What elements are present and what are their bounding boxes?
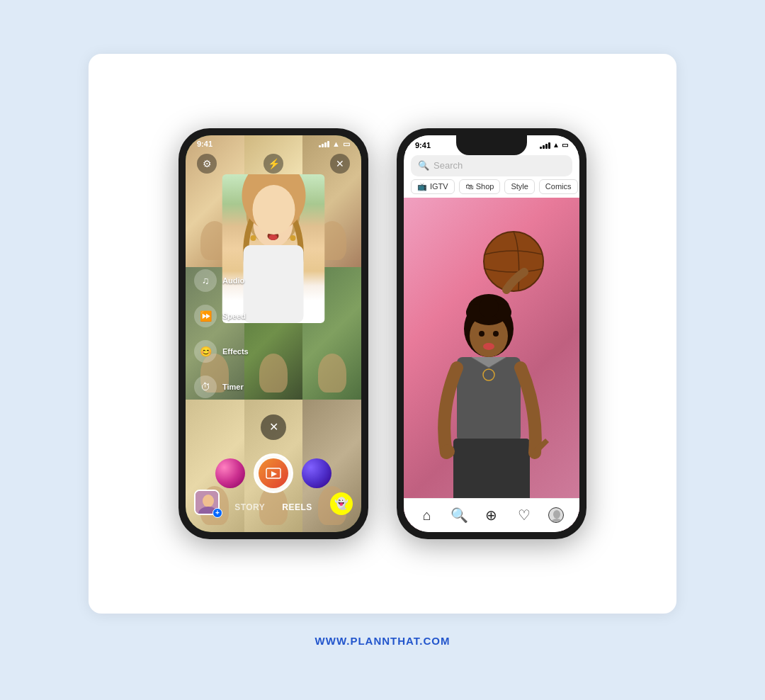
svg-point-1 [254,201,293,247]
bar4-r [548,142,550,149]
camera-bottom-controls [186,453,361,493]
svg-point-25 [483,343,494,350]
bar4 [327,141,329,147]
style-label: Style [511,182,528,191]
battery-icon: ▭ [343,140,350,149]
wifi-icon: ▲ [332,140,340,148]
time-left: 9:41 [197,140,212,148]
svg-rect-7 [244,245,304,323]
nav-add[interactable]: ⊕ [482,506,501,524]
svg-point-23 [479,331,484,337]
audio-icon: ♫ [194,269,217,292]
snapchat-icon[interactable]: 👻 [330,492,353,515]
status-icons-left: ▲ ▭ [319,140,350,149]
effects-icon: 😊 [194,340,217,363]
notch [456,135,527,155]
status-icons-right: ▲ ▭ [540,141,568,149]
tab-shop[interactable]: 🛍 Shop [459,179,501,194]
svg-point-24 [493,331,499,337]
phone-left-screen: 9:41 ▲ ▭ ⚙ ⚡ [186,135,361,532]
bar1-r [540,147,542,149]
svg-point-3 [278,220,283,225]
battery-right: ▭ [562,141,568,149]
tab-style[interactable]: Style [504,179,534,194]
shop-icon: 🛍 [465,182,473,191]
igtv-label: IGTV [430,182,448,191]
reel-main-image: Reels [404,198,579,531]
main-card: 9:41 ▲ ▭ ⚙ ⚡ [89,54,676,614]
shop-label: Shop [476,182,494,191]
nav-home[interactable]: ⌂ [418,506,436,524]
signal-icon [319,140,329,147]
nav-search[interactable]: 🔍 [450,506,468,524]
svg-point-6 [269,235,278,240]
website-url: WWW.PLANNTHAT.COM [315,635,450,647]
bar2 [322,144,324,147]
timer-control[interactable]: ⏱ Timer [194,376,249,398]
flash-icon[interactable]: ⚡ [264,154,283,174]
svg-rect-26 [457,357,521,442]
signal-right [540,142,550,149]
pink-filter-button[interactable] [215,458,245,488]
search-bar[interactable]: 🔍 Search [411,155,572,176]
audio-control[interactable]: ♫ Audio [194,269,249,292]
speed-label: Speed [222,312,246,320]
phone-right-screen: 9:41 ▲ ▭ 🔍 Search [404,135,579,532]
bar3-r [545,144,548,149]
capture-button[interactable] [254,453,293,493]
nav-likes[interactable]: ♡ [515,506,533,524]
phone-right: 9:41 ▲ ▭ 🔍 Search [397,128,586,539]
reels-section[interactable]: Reels [404,198,579,531]
svg-point-9 [290,235,296,241]
svg-point-2 [264,220,268,225]
svg-point-8 [251,235,256,241]
bottom-nav: ⌂ 🔍 ⊕ ♡ [404,498,579,532]
add-to-story-icon: + [212,508,222,518]
tab-comics[interactable]: Comics [539,179,578,194]
tab-igtv[interactable]: 📺 IGTV [411,179,455,194]
bar1 [319,145,321,147]
igtv-icon: 📺 [417,182,427,191]
purple-filter-button[interactable] [302,458,332,488]
comics-label: Comics [545,182,572,191]
timer-label: Timer [222,383,244,391]
svg-point-56 [553,510,560,519]
category-tabs: 📺 IGTV 🛍 Shop Style Comics TV & Movies [404,179,579,194]
wifi-right: ▲ [552,141,560,149]
status-bar-left: 9:41 ▲ ▭ [186,135,361,152]
audio-label: Audio [222,276,244,285]
cancel-record-button[interactable]: ✕ [261,414,286,440]
svg-point-4 [271,227,276,232]
capture-button-inner [259,458,288,488]
camera-top-controls: ⚙ ⚡ ✕ [186,154,361,174]
effects-label: Effects [222,347,249,356]
svg-point-13 [203,495,214,507]
svg-point-57 [550,519,563,523]
reels-mode[interactable]: REELS [282,502,312,512]
close-icon[interactable]: ✕ [330,154,350,174]
search-icon: 🔍 [418,160,429,171]
svg-marker-11 [271,471,277,477]
bar2-r [543,145,545,149]
svg-point-22 [479,298,499,317]
timer-icon: ⏱ [194,376,217,398]
settings-icon[interactable]: ⚙ [197,154,217,174]
gallery-avatar[interactable]: + [194,490,220,515]
story-mode[interactable]: STORY [234,502,265,512]
svg-point-30 [441,444,455,458]
effects-control[interactable]: 😊 Effects [194,340,249,363]
search-placeholder: Search [434,160,463,171]
speed-control[interactable]: ⏩ Speed [194,305,249,327]
phone-left: 9:41 ▲ ▭ ⚙ ⚡ [178,128,368,539]
speed-icon: ⏩ [194,305,217,327]
nav-profile[interactable] [547,506,565,524]
camera-side-menu: ♫ Audio ⏩ Speed 😊 Effects ⏱ Timer [194,269,249,398]
time-right: 9:41 [415,141,431,149]
bar3 [324,142,327,147]
